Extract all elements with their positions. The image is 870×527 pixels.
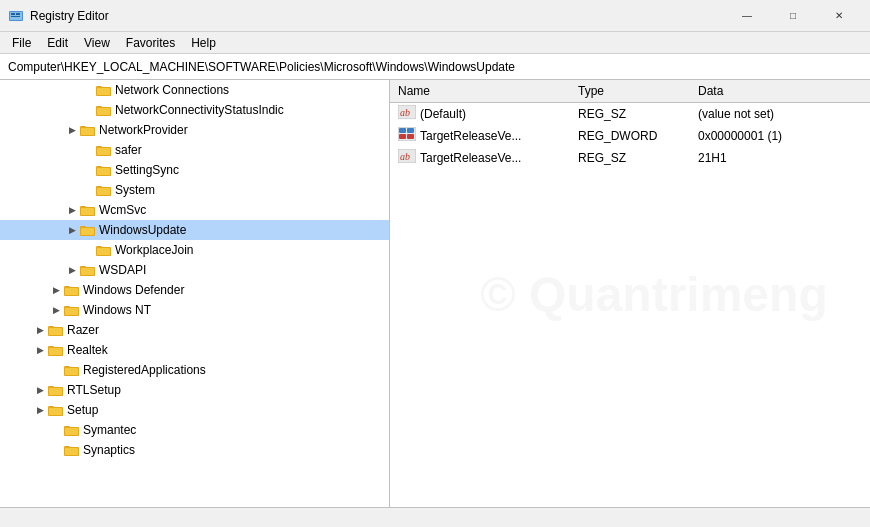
svg-rect-65 <box>399 128 406 133</box>
reg-name: TargetReleaseVe... <box>420 151 521 165</box>
svg-text:ab: ab <box>400 151 410 162</box>
tree-item-setup[interactable]: ▶ Setup <box>0 400 389 420</box>
app-icon <box>8 8 24 24</box>
svg-rect-21 <box>96 186 102 188</box>
tree-label: Setup <box>67 403 98 417</box>
expand-icon[interactable]: ▶ <box>64 262 80 278</box>
expand-icon[interactable]: ▶ <box>48 302 64 318</box>
menu-favorites[interactable]: Favorites <box>118 34 183 52</box>
svg-rect-12 <box>80 126 86 128</box>
expand-icon[interactable]: ▶ <box>32 402 48 418</box>
expand-icon <box>80 102 96 118</box>
tree-item-safer[interactable]: safer <box>0 140 389 160</box>
svg-rect-46 <box>49 348 62 355</box>
tree-item-windows-nt[interactable]: ▶ Windows NT <box>0 300 389 320</box>
folder-icon <box>64 303 80 317</box>
reg-data: (value not set) <box>690 103 870 125</box>
reg-type: REG_SZ <box>570 147 690 169</box>
tree-item-wcmsvc[interactable]: ▶ WcmSvc <box>0 200 389 220</box>
svg-text:ab: ab <box>400 107 410 118</box>
tree-item-wsdapi[interactable]: ▶ WSDAPI <box>0 260 389 280</box>
tree-item-synaptics[interactable]: Synaptics <box>0 440 389 460</box>
menu-view[interactable]: View <box>76 34 118 52</box>
expand-icon[interactable]: ▶ <box>48 282 64 298</box>
menubar: File Edit View Favorites Help <box>0 32 870 54</box>
folder-icon <box>96 183 112 197</box>
svg-rect-22 <box>97 188 110 195</box>
address-path: Computer\HKEY_LOCAL_MACHINE\SOFTWARE\Pol… <box>8 60 515 74</box>
window-title: Registry Editor <box>30 9 724 23</box>
tree-item-windows-defender[interactable]: ▶ Windows Defender <box>0 280 389 300</box>
svg-rect-34 <box>81 268 94 275</box>
column-data[interactable]: Data <box>690 80 870 103</box>
svg-rect-31 <box>97 248 110 255</box>
tree-label: Windows NT <box>83 303 151 317</box>
column-type[interactable]: Type <box>570 80 690 103</box>
folder-icon <box>64 363 80 377</box>
menu-file[interactable]: File <box>4 34 39 52</box>
window-controls: — □ ✕ <box>724 0 862 32</box>
expand-icon[interactable]: ▶ <box>64 202 80 218</box>
tree-label: WSDAPI <box>99 263 146 277</box>
tree-label: WindowsUpdate <box>99 223 186 237</box>
folder-icon <box>80 123 96 137</box>
svg-rect-18 <box>96 166 102 168</box>
folder-icon <box>96 243 112 257</box>
svg-rect-33 <box>80 266 86 268</box>
tree-item-settingsync[interactable]: SettingSync <box>0 160 389 180</box>
tree-item-windowsupdate[interactable]: ▶ WindowsUpdate <box>0 220 389 240</box>
svg-rect-16 <box>97 148 110 155</box>
tree-item-networkprovider[interactable]: ▶ NetworkProvider <box>0 120 389 140</box>
tree-item-razer[interactable]: ▶ Razer <box>0 320 389 340</box>
svg-rect-2 <box>11 13 15 15</box>
expand-icon <box>48 442 64 458</box>
expand-icon[interactable]: ▶ <box>64 222 80 238</box>
addressbar[interactable]: Computer\HKEY_LOCAL_MACHINE\SOFTWARE\Pol… <box>0 54 870 80</box>
svg-rect-54 <box>48 406 54 408</box>
svg-rect-19 <box>97 168 110 175</box>
expand-icon[interactable]: ▶ <box>32 382 48 398</box>
tree-item-workplacejoin[interactable]: WorkplaceJoin <box>0 240 389 260</box>
tree-label: RegisteredApplications <box>83 363 206 377</box>
table-row[interactable]: ab (Default) REG_SZ (value not set) <box>390 103 870 125</box>
svg-rect-61 <box>65 448 78 455</box>
svg-rect-6 <box>96 86 102 88</box>
svg-rect-25 <box>81 208 94 215</box>
expand-icon <box>48 422 64 438</box>
folder-icon <box>48 383 64 397</box>
svg-rect-58 <box>65 428 78 435</box>
tree-label: RTLSetup <box>67 383 121 397</box>
tree-item-rtlsetup[interactable]: ▶ RTLSetup <box>0 380 389 400</box>
table-row[interactable]: TargetReleaseVe... REG_DWORD 0x00000001 … <box>390 125 870 147</box>
svg-rect-42 <box>48 326 54 328</box>
svg-rect-36 <box>64 286 70 288</box>
svg-rect-37 <box>65 288 78 295</box>
expand-icon[interactable]: ▶ <box>32 342 48 358</box>
tree-label: NetworkProvider <box>99 123 188 137</box>
tree-label: WcmSvc <box>99 203 146 217</box>
tree-pane[interactable]: Network Connections NetworkConnectivityS… <box>0 80 390 507</box>
tree-item-realtek[interactable]: ▶ Realtek <box>0 340 389 360</box>
folder-icon <box>96 143 112 157</box>
watermark: © Quantrimeng <box>480 266 827 321</box>
minimize-button[interactable]: — <box>724 0 770 32</box>
details-pane[interactable]: © Quantrimeng Name Type Data <box>390 80 870 507</box>
tree-item-system[interactable]: System <box>0 180 389 200</box>
menu-help[interactable]: Help <box>183 34 224 52</box>
folder-icon <box>80 203 96 217</box>
reg-name: (Default) <box>420 107 466 121</box>
close-button[interactable]: ✕ <box>816 0 862 32</box>
maximize-button[interactable]: □ <box>770 0 816 32</box>
table-row[interactable]: ab TargetReleaseVe... REG_SZ 21H1 <box>390 147 870 169</box>
column-name[interactable]: Name <box>390 80 570 103</box>
tree-item-networkconn[interactable]: NetworkConnectivityStatusIndic <box>0 100 389 120</box>
expand-icon[interactable]: ▶ <box>64 122 80 138</box>
expand-icon[interactable]: ▶ <box>32 322 48 338</box>
svg-rect-60 <box>64 446 70 448</box>
tree-item-registeredapps[interactable]: RegisteredApplications <box>0 360 389 380</box>
tree-label: Symantec <box>83 423 136 437</box>
tree-item-symantec[interactable]: Symantec <box>0 420 389 440</box>
tree-item-network-connections[interactable]: Network Connections <box>0 80 389 100</box>
menu-edit[interactable]: Edit <box>39 34 76 52</box>
svg-rect-45 <box>48 346 54 348</box>
